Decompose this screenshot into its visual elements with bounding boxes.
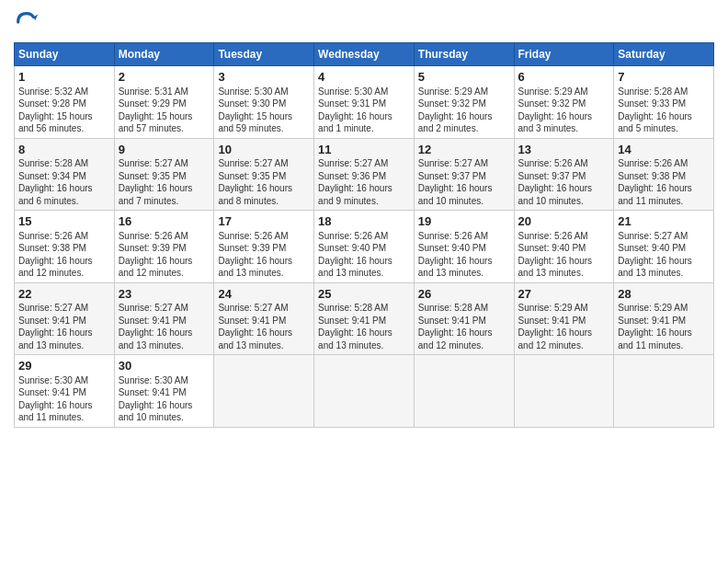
day-number: 25 [318,286,410,303]
calendar-week-4: 22Sunrise: 5:27 AM Sunset: 9:41 PM Dayli… [15,282,714,355]
day-number: 22 [18,286,110,303]
day-number: 26 [418,286,510,303]
day-number: 9 [119,142,210,158]
calendar-cell [414,355,514,428]
calendar-cell: 28Sunrise: 5:29 AM Sunset: 9:41 PM Dayli… [614,282,714,355]
day-info: Sunrise: 5:27 AM Sunset: 9:35 PM Dayligh… [218,157,310,207]
calendar-cell: 19Sunrise: 5:26 AM Sunset: 9:40 PM Dayli… [414,211,514,283]
calendar-cell: 13Sunrise: 5:26 AM Sunset: 9:37 PM Dayli… [514,138,614,211]
day-number: 4 [318,69,410,86]
day-info: Sunrise: 5:29 AM Sunset: 9:41 PM Dayligh… [518,302,610,351]
calendar-cell: 6Sunrise: 5:29 AM Sunset: 9:32 PM Daylig… [514,66,614,139]
calendar-cell: 22Sunrise: 5:27 AM Sunset: 9:41 PM Dayli… [15,282,115,355]
day-info: Sunrise: 5:28 AM Sunset: 9:33 PM Dayligh… [618,86,710,135]
calendar-cell: 5Sunrise: 5:29 AM Sunset: 9:32 PM Daylig… [414,66,514,139]
calendar-cell: 21Sunrise: 5:27 AM Sunset: 9:40 PM Dayli… [614,211,714,283]
calendar-header-saturday: Saturday [614,43,714,66]
calendar-cell: 18Sunrise: 5:26 AM Sunset: 9:40 PM Dayli… [314,211,415,283]
day-info: Sunrise: 5:30 AM Sunset: 9:31 PM Dayligh… [318,86,410,135]
calendar-cell: 14Sunrise: 5:26 AM Sunset: 9:38 PM Dayli… [614,138,714,211]
calendar-cell: 10Sunrise: 5:27 AM Sunset: 9:35 PM Dayli… [214,138,314,211]
day-info: Sunrise: 5:29 AM Sunset: 9:41 PM Dayligh… [618,302,710,351]
calendar-header-sunday: Sunday [15,43,115,66]
calendar-header-row: SundayMondayTuesdayWednesdayThursdayFrid… [15,43,714,66]
day-number: 17 [218,213,310,230]
calendar-cell: 17Sunrise: 5:26 AM Sunset: 9:39 PM Dayli… [214,211,314,283]
calendar-cell: 23Sunrise: 5:27 AM Sunset: 9:41 PM Dayli… [114,282,214,355]
day-number: 1 [18,69,110,86]
calendar-cell: 3Sunrise: 5:30 AM Sunset: 9:30 PM Daylig… [214,66,314,139]
day-number: 23 [119,286,210,303]
day-number: 30 [119,358,210,374]
day-number: 14 [618,142,710,158]
day-info: Sunrise: 5:29 AM Sunset: 9:32 PM Dayligh… [418,86,510,135]
logo-icon [14,9,40,35]
calendar-cell: 29Sunrise: 5:30 AM Sunset: 9:41 PM Dayli… [15,355,115,428]
calendar-header-tuesday: Tuesday [214,43,314,66]
day-info: Sunrise: 5:27 AM Sunset: 9:36 PM Dayligh… [318,157,410,207]
calendar-cell: 7Sunrise: 5:28 AM Sunset: 9:33 PM Daylig… [614,66,714,139]
calendar-cell: 11Sunrise: 5:27 AM Sunset: 9:36 PM Dayli… [314,138,415,211]
calendar-header-friday: Friday [514,43,614,66]
calendar-cell [614,355,714,428]
calendar-cell: 16Sunrise: 5:26 AM Sunset: 9:39 PM Dayli… [114,211,214,283]
calendar-header-thursday: Thursday [414,43,514,66]
calendar-table: SundayMondayTuesdayWednesdayThursdayFrid… [14,42,714,428]
day-number: 10 [218,142,310,158]
day-number: 19 [418,213,510,230]
calendar-cell: 2Sunrise: 5:31 AM Sunset: 9:29 PM Daylig… [114,66,214,139]
day-info: Sunrise: 5:27 AM Sunset: 9:41 PM Dayligh… [119,302,210,351]
calendar-week-3: 15Sunrise: 5:26 AM Sunset: 9:38 PM Dayli… [15,211,714,283]
calendar-cell: 27Sunrise: 5:29 AM Sunset: 9:41 PM Dayli… [514,282,614,355]
calendar-cell: 20Sunrise: 5:26 AM Sunset: 9:40 PM Dayli… [514,211,614,283]
day-number: 6 [518,69,610,86]
day-number: 27 [518,286,610,303]
day-info: Sunrise: 5:29 AM Sunset: 9:32 PM Dayligh… [518,86,610,135]
calendar-cell [514,355,614,428]
calendar-header-wednesday: Wednesday [314,43,415,66]
day-info: Sunrise: 5:27 AM Sunset: 9:35 PM Dayligh… [119,157,210,207]
day-info: Sunrise: 5:26 AM Sunset: 9:39 PM Dayligh… [218,230,310,280]
calendar-header-monday: Monday [114,43,214,66]
calendar-cell: 24Sunrise: 5:27 AM Sunset: 9:41 PM Dayli… [214,282,314,355]
day-info: Sunrise: 5:27 AM Sunset: 9:41 PM Dayligh… [218,302,310,351]
day-info: Sunrise: 5:31 AM Sunset: 9:29 PM Dayligh… [119,86,210,135]
day-number: 15 [18,213,110,230]
calendar-week-5: 29Sunrise: 5:30 AM Sunset: 9:41 PM Dayli… [15,355,714,428]
day-number: 11 [318,142,410,158]
calendar-week-1: 1Sunrise: 5:32 AM Sunset: 9:28 PM Daylig… [15,66,714,139]
day-number: 8 [18,142,110,158]
day-number: 24 [218,286,310,303]
page: SundayMondayTuesdayWednesdayThursdayFrid… [0,0,728,563]
calendar-cell: 1Sunrise: 5:32 AM Sunset: 9:28 PM Daylig… [15,66,115,139]
day-info: Sunrise: 5:32 AM Sunset: 9:28 PM Dayligh… [18,86,110,135]
calendar-cell: 15Sunrise: 5:26 AM Sunset: 9:38 PM Dayli… [15,211,115,283]
day-number: 21 [618,213,710,230]
day-info: Sunrise: 5:28 AM Sunset: 9:34 PM Dayligh… [18,157,110,207]
day-info: Sunrise: 5:26 AM Sunset: 9:38 PM Dayligh… [18,230,110,280]
header [14,9,714,35]
day-number: 16 [119,213,210,230]
day-number: 5 [418,69,510,86]
day-number: 28 [618,286,710,303]
day-info: Sunrise: 5:30 AM Sunset: 9:41 PM Dayligh… [119,374,210,424]
day-number: 7 [618,69,710,86]
day-info: Sunrise: 5:26 AM Sunset: 9:40 PM Dayligh… [418,230,510,280]
day-info: Sunrise: 5:26 AM Sunset: 9:39 PM Dayligh… [119,230,210,280]
calendar-cell: 26Sunrise: 5:28 AM Sunset: 9:41 PM Dayli… [414,282,514,355]
calendar-cell [214,355,314,428]
day-number: 13 [518,142,610,158]
day-info: Sunrise: 5:27 AM Sunset: 9:37 PM Dayligh… [418,157,510,207]
day-info: Sunrise: 5:30 AM Sunset: 9:30 PM Dayligh… [218,86,310,135]
day-info: Sunrise: 5:26 AM Sunset: 9:38 PM Dayligh… [618,157,710,207]
day-info: Sunrise: 5:26 AM Sunset: 9:37 PM Dayligh… [518,157,610,207]
calendar-cell: 25Sunrise: 5:28 AM Sunset: 9:41 PM Dayli… [314,282,415,355]
day-info: Sunrise: 5:26 AM Sunset: 9:40 PM Dayligh… [518,230,610,280]
day-number: 29 [18,358,110,374]
day-number: 3 [218,69,310,86]
calendar-cell: 9Sunrise: 5:27 AM Sunset: 9:35 PM Daylig… [114,138,214,211]
calendar-cell [314,355,415,428]
day-info: Sunrise: 5:30 AM Sunset: 9:41 PM Dayligh… [18,374,110,424]
day-number: 18 [318,213,410,230]
calendar-cell: 30Sunrise: 5:30 AM Sunset: 9:41 PM Dayli… [114,355,214,428]
